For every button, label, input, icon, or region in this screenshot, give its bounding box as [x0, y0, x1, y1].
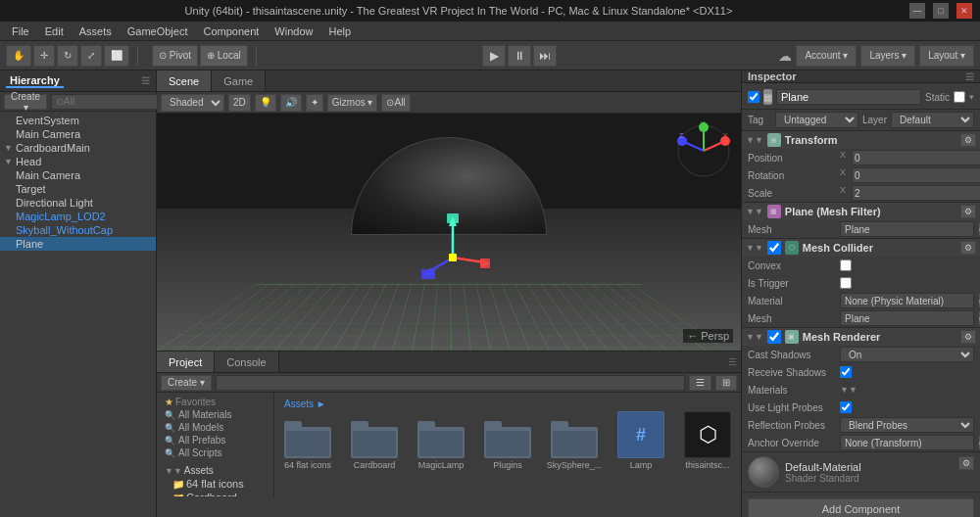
layer-select[interactable]: Default	[891, 112, 974, 128]
position-x-input[interactable]	[852, 150, 980, 165]
all-layers-button[interactable]: ⊙All	[381, 94, 410, 112]
static-dropdown-icon[interactable]: ▾	[969, 92, 974, 102]
asset-item-64flaticons[interactable]: 64 flat icons	[278, 421, 337, 471]
tag-select[interactable]: Untagged	[775, 112, 858, 128]
local-button[interactable]: ⊕ Local	[200, 45, 248, 67]
fav-item-allmaterials[interactable]: 🔍 All Materials	[161, 408, 270, 421]
pause-button[interactable]: ⏸	[508, 45, 531, 67]
castshadows-select[interactable]: On	[840, 347, 974, 362]
layout-button[interactable]: Layout ▾	[919, 45, 974, 67]
hierarchy-tab[interactable]: Hierarchy	[6, 74, 64, 88]
asset-item-magiclamp[interactable]: MagicLamp	[412, 421, 470, 471]
scale-tool-button[interactable]: ⤢	[80, 45, 102, 67]
close-button[interactable]: ✕	[956, 3, 972, 19]
rotation-x-input[interactable]	[852, 167, 980, 183]
meshrenderer-enabled-checkbox[interactable]	[767, 330, 781, 344]
menu-file[interactable]: File	[4, 22, 37, 40]
tree-item-64flaticons[interactable]: 📁 64 flat icons	[171, 477, 270, 491]
hierarchy-create-button[interactable]: Create ▾	[4, 94, 47, 110]
asset-item-cardboard[interactable]: Cardboard	[345, 421, 404, 471]
hierarchy-item-eventsystem[interactable]: EventSystem	[0, 114, 156, 127]
menu-gameobject[interactable]: GameObject	[120, 22, 196, 40]
material-name[interactable]: Default-Material	[785, 461, 953, 473]
add-component-button[interactable]: Add Component	[748, 498, 974, 517]
scene-effects-button[interactable]: ✦	[306, 94, 323, 112]
bottom-panel-menu-icon[interactable]: ☰	[728, 356, 741, 367]
meshfilter-mesh-input[interactable]	[840, 221, 974, 237]
object-enabled-checkbox[interactable]	[748, 91, 760, 103]
menu-assets[interactable]: Assets	[72, 22, 120, 40]
collider-mesh-input[interactable]	[840, 310, 974, 326]
menu-window[interactable]: Window	[267, 22, 320, 40]
asset-item-lamp[interactable]: # Lamp	[612, 411, 670, 471]
menu-help[interactable]: Help	[320, 22, 359, 40]
step-button[interactable]: ⏭	[533, 45, 557, 67]
hierarchy-item-head[interactable]: Head	[0, 155, 156, 168]
meshcollider-header[interactable]: ▼ ⬡ Mesh Collider ⚙	[742, 239, 980, 257]
project-create-button[interactable]: Create ▾	[161, 375, 212, 391]
hierarchy-menu-icon[interactable]: ☰	[141, 75, 150, 86]
layers-button[interactable]: Layers ▾	[860, 45, 915, 67]
play-button[interactable]: ▶	[482, 45, 506, 67]
static-checkbox[interactable]	[954, 91, 965, 103]
asset-item-skysphere[interactable]: SkySphere_...	[545, 421, 604, 471]
hierarchy-item-headcamera[interactable]: Main Camera	[0, 168, 156, 182]
account-button[interactable]: Account ▾	[796, 45, 857, 67]
persp-label[interactable]: ← Persp	[683, 329, 733, 343]
project-view-button[interactable]: ⊞	[715, 375, 737, 391]
console-tab[interactable]: Console	[215, 352, 278, 372]
istrigger-checkbox[interactable]	[840, 277, 852, 289]
hierarchy-item-magiclamp[interactable]: MagicLamp_LOD2	[0, 210, 156, 223]
hierarchy-item-target[interactable]: Target	[0, 182, 156, 196]
receiveshadows-checkbox[interactable]	[840, 366, 852, 378]
reflectionprobes-select[interactable]: Blend Probes	[840, 417, 974, 433]
menu-edit[interactable]: Edit	[37, 22, 72, 40]
project-search-input[interactable]	[216, 375, 685, 391]
2d-button[interactable]: 2D	[228, 94, 251, 112]
tree-item-cardboard[interactable]: 📁 Cardboard	[171, 491, 270, 496]
minimize-button[interactable]: —	[909, 3, 925, 19]
fav-item-allprefabs[interactable]: 🔍 All Prefabs	[161, 434, 270, 446]
asset-item-thisaintscene[interactable]: ⬡ thisaintsc...	[678, 411, 737, 471]
fav-item-allmodels[interactable]: 🔍 All Models	[161, 421, 270, 434]
pivot-button[interactable]: ⊙ Pivot	[152, 45, 198, 67]
uselightprobes-checkbox[interactable]	[840, 401, 852, 413]
gizmos-button[interactable]: Gizmos ▾	[327, 94, 378, 112]
scene-lights-button[interactable]: 💡	[255, 94, 276, 112]
scene-gizmo[interactable]: X Y Z	[674, 121, 733, 180]
scale-x-input[interactable]	[852, 185, 980, 201]
meshfilter-header[interactable]: ▼ ▦ Plane (Mesh Filter) ⚙	[742, 203, 980, 220]
scene-audio-button[interactable]: 🔊	[280, 94, 302, 112]
transform-header[interactable]: ▼ ⊕ Transform ⚙	[742, 131, 980, 149]
project-filter-button[interactable]: ☰	[689, 375, 711, 391]
menu-component[interactable]: Component	[195, 22, 267, 40]
game-tab[interactable]: Game	[212, 70, 266, 91]
project-tab[interactable]: Project	[157, 352, 215, 372]
anchoroverride-input[interactable]	[840, 435, 974, 450]
hierarchy-item-cardboardmain[interactable]: CardboardMain	[0, 141, 156, 155]
scene-view[interactable]: X Y Z ← Persp	[157, 114, 741, 351]
hierarchy-item-directionallight[interactable]: Directional Light	[0, 196, 156, 210]
meshfilter-menu-button[interactable]: ⚙	[960, 205, 976, 218]
material-menu-button[interactable]: ⚙	[958, 456, 974, 470]
asset-item-plugins[interactable]: Plugins	[478, 421, 537, 471]
meshrenderer-menu-button[interactable]: ⚙	[960, 330, 976, 344]
collider-material-input[interactable]	[840, 293, 974, 308]
meshcollider-menu-button[interactable]: ⚙	[960, 241, 976, 255]
rect-tool-button[interactable]: ⬜	[104, 45, 129, 67]
maximize-button[interactable]: □	[933, 3, 949, 19]
hierarchy-item-plane[interactable]: Plane	[0, 237, 156, 251]
meshcollider-enabled-checkbox[interactable]	[767, 241, 781, 255]
assets-breadcrumb-link[interactable]: Assets ►	[284, 399, 326, 409]
convex-checkbox[interactable]	[840, 259, 852, 271]
shading-select[interactable]: Shaded	[161, 94, 224, 112]
inspector-menu-icon[interactable]: ☰	[965, 71, 974, 82]
object-name-input[interactable]	[776, 89, 921, 105]
transform-menu-button[interactable]: ⚙	[960, 133, 976, 147]
hierarchy-item-skyball[interactable]: Skyball_WithoutCap	[0, 223, 156, 237]
hand-tool-button[interactable]: ✋	[6, 45, 31, 67]
meshrenderer-header[interactable]: ▼ ▣ Mesh Renderer ⚙	[742, 328, 980, 346]
fav-item-allscripts[interactable]: 🔍 All Scripts	[161, 446, 270, 459]
move-tool-button[interactable]: ✛	[33, 45, 55, 67]
hierarchy-item-maincamera[interactable]: Main Camera	[0, 127, 156, 141]
